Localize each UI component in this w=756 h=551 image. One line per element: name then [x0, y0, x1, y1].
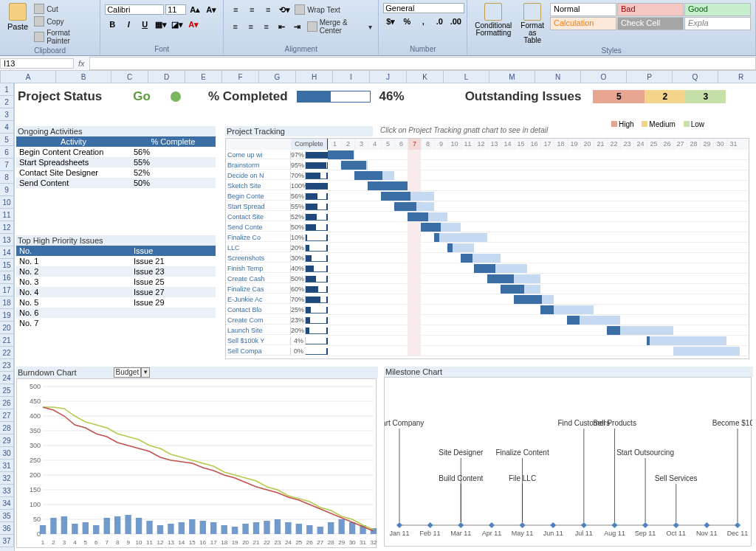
style-normal[interactable]: Normal: [550, 3, 616, 16]
row-header[interactable]: 14: [0, 246, 14, 259]
align-center-button[interactable]: ≡: [244, 20, 258, 33]
currency-button[interactable]: $▾: [383, 15, 398, 28]
underline-button[interactable]: U: [137, 18, 152, 31]
style-bad[interactable]: Bad: [617, 3, 684, 16]
copy-button[interactable]: Copy: [32, 15, 97, 27]
decrease-indent-button[interactable]: ⇤: [275, 20, 289, 33]
row-header[interactable]: 15: [0, 259, 14, 271]
column-header[interactable]: I: [333, 71, 370, 83]
column-header[interactable]: F: [222, 71, 259, 83]
cut-button[interactable]: Cut: [32, 3, 97, 15]
number-format-select[interactable]: [383, 3, 464, 13]
row-header[interactable]: 37: [0, 535, 14, 547]
row-header[interactable]: 11: [0, 209, 14, 221]
column-header[interactable]: C: [111, 71, 148, 83]
column-header[interactable]: H: [296, 71, 333, 83]
font-color-button[interactable]: A▾: [186, 18, 201, 31]
row-header[interactable]: 10: [0, 196, 14, 209]
row-header[interactable]: 21: [0, 334, 14, 347]
row-header[interactable]: 26: [0, 397, 14, 409]
column-header[interactable]: M: [489, 71, 535, 83]
burndown-chart[interactable]: 0501001502002503003504004505001234567891…: [16, 378, 377, 548]
border-button[interactable]: ▦▾: [154, 18, 168, 31]
row-header[interactable]: 8: [0, 171, 14, 184]
row-header[interactable]: 28: [0, 422, 14, 434]
row-header[interactable]: 13: [0, 234, 14, 246]
row-header[interactable]: 18: [0, 297, 14, 309]
row-header[interactable]: 24: [0, 372, 14, 384]
align-top-button[interactable]: ≡: [228, 3, 243, 16]
row-header[interactable]: 19: [0, 309, 14, 322]
format-as-table-button[interactable]: Format as Table: [516, 1, 549, 46]
font-family-select[interactable]: [105, 4, 164, 15]
row-header[interactable]: 22: [0, 347, 14, 359]
name-box[interactable]: [0, 58, 74, 69]
formula-input[interactable]: [89, 57, 756, 70]
row-header[interactable]: 23: [0, 359, 14, 372]
style-calculation[interactable]: Calculation: [550, 17, 616, 30]
align-bottom-button[interactable]: ≡: [261, 3, 275, 16]
grow-font-button[interactable]: A▴: [188, 3, 202, 16]
fx-icon[interactable]: fx: [74, 59, 89, 68]
dropdown-arrow-icon[interactable]: ▼: [141, 367, 150, 378]
row-header[interactable]: 25: [0, 384, 14, 397]
comma-button[interactable]: ,: [416, 15, 430, 28]
paste-button[interactable]: Paste: [3, 1, 32, 32]
column-header[interactable]: D: [148, 71, 185, 83]
row-header[interactable]: 32: [0, 472, 14, 485]
row-header[interactable]: 36: [0, 522, 14, 535]
column-header[interactable]: P: [627, 71, 673, 83]
column-header[interactable]: B: [56, 71, 111, 83]
row-header[interactable]: 29: [0, 434, 14, 447]
format-painter-button[interactable]: Format Painter: [32, 28, 97, 46]
column-header[interactable]: J: [370, 71, 407, 83]
increase-decimal-button[interactable]: .0: [432, 15, 447, 28]
row-header[interactable]: 7: [0, 159, 14, 171]
column-header[interactable]: Q: [673, 71, 718, 83]
column-header[interactable]: L: [444, 71, 489, 83]
align-middle-button[interactable]: ≡: [244, 3, 259, 16]
font-size-select[interactable]: [165, 4, 186, 15]
align-left-button[interactable]: ≡: [228, 20, 242, 33]
column-header[interactable]: G: [259, 71, 296, 83]
row-header[interactable]: 4: [0, 121, 14, 134]
align-right-button[interactable]: ≡: [259, 20, 273, 33]
style-check-cell[interactable]: Check Cell: [617, 17, 684, 30]
row-header[interactable]: 1: [0, 83, 14, 96]
row-header[interactable]: 5: [0, 134, 14, 146]
row-header[interactable]: 3: [0, 108, 14, 121]
row-header[interactable]: 31: [0, 460, 14, 472]
milestone-chart[interactable]: Jan 11Feb 11Mar 11Apr 11May 11Jun 11Jul …: [384, 377, 752, 547]
style-explanatory[interactable]: Expla: [684, 17, 751, 30]
decrease-decimal-button[interactable]: .00: [448, 15, 463, 28]
bold-button[interactable]: B: [105, 18, 120, 31]
column-header[interactable]: K: [407, 71, 444, 83]
row-header[interactable]: 30: [0, 447, 14, 460]
italic-button[interactable]: I: [121, 18, 136, 31]
row-header[interactable]: 34: [0, 497, 14, 510]
row-header[interactable]: 17: [0, 284, 14, 297]
row-header[interactable]: 12: [0, 221, 14, 234]
wrap-text-button[interactable]: Wrap Text: [293, 4, 342, 15]
gantt-chart[interactable]: Complete 1234567891011121314151617181920…: [225, 138, 749, 359]
fill-color-button[interactable]: ◪▾: [170, 18, 185, 31]
row-header[interactable]: 6: [0, 146, 14, 159]
shrink-font-button[interactable]: A▾: [204, 3, 219, 16]
percent-button[interactable]: %: [399, 15, 414, 28]
row-header[interactable]: 27: [0, 409, 14, 422]
column-header[interactable]: N: [535, 71, 581, 83]
row-header[interactable]: 16: [0, 271, 14, 284]
column-header[interactable]: O: [581, 71, 627, 83]
style-good[interactable]: Good: [684, 3, 751, 16]
column-header[interactable]: A: [1, 71, 56, 83]
burndown-type-select[interactable]: Budget: [114, 367, 142, 378]
row-header[interactable]: 20: [0, 322, 14, 334]
merge-center-button[interactable]: Merge & Center ▾: [306, 18, 374, 35]
orientation-button[interactable]: ⟲▾: [277, 3, 292, 16]
column-header[interactable]: R: [718, 71, 756, 83]
column-header[interactable]: E: [185, 71, 222, 83]
row-header[interactable]: 33: [0, 485, 14, 497]
increase-indent-button[interactable]: ⇥: [290, 20, 304, 33]
conditional-formatting-button[interactable]: Conditional Formatting: [470, 1, 516, 38]
row-header[interactable]: 35: [0, 510, 14, 522]
